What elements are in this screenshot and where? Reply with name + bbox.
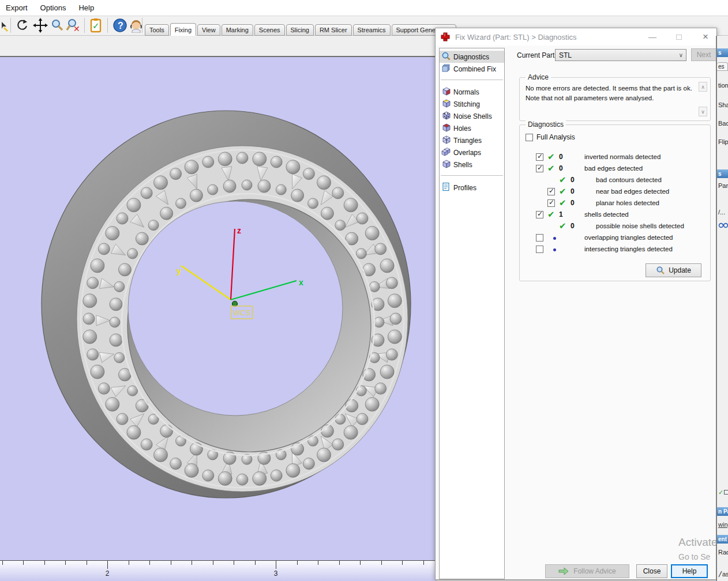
diagnostic-checkbox[interactable]: ✓ (536, 165, 543, 172)
checkmark-glyph: ✓ (537, 164, 543, 172)
current-part-label: Current Part: (517, 51, 557, 59)
update-button[interactable]: Update (646, 263, 701, 277)
maximize-button[interactable] (670, 28, 688, 46)
panel-fragment[interactable]: n Pa (717, 507, 728, 516)
panel-fragment[interactable]: wing (718, 521, 728, 528)
diagnostic-row: ✓✔0planar holes detected (520, 198, 710, 209)
magnifier-icon (441, 51, 451, 62)
sidebar-item-triangles[interactable]: Triangles (440, 134, 504, 146)
checkmark-glyph: ✓ (537, 210, 543, 218)
tab-scenes[interactable]: Scenes (254, 24, 285, 36)
sidebar-item-profiles[interactable]: Profiles (440, 182, 504, 194)
panel-fragment: Sha (718, 101, 728, 108)
current-part-combobox[interactable]: STL ∨ (555, 49, 686, 61)
cube-wire-icon (441, 135, 451, 146)
full-analysis-checkbox[interactable] (526, 134, 533, 141)
toolbar-separator (10, 18, 11, 33)
help-button[interactable]: Help (671, 564, 708, 578)
zoom-cancel-icon[interactable]: ✕ (66, 17, 82, 33)
menu-item-help[interactable]: Help (78, 3, 94, 12)
diagnostic-label: near bad edges detected (596, 188, 669, 195)
diagnostic-checkbox[interactable]: ✓ (536, 211, 543, 218)
menu-item-export[interactable]: Export (6, 3, 28, 12)
ruler-tick (129, 561, 129, 565)
diagnostic-checkbox[interactable]: ✓ (547, 199, 555, 207)
diagnostic-checkbox[interactable]: ✓ (547, 188, 555, 195)
help-icon[interactable]: ? (112, 17, 128, 33)
diagnostic-label: bad edges detected (584, 165, 643, 172)
current-part-value: STL (559, 51, 572, 59)
tab-slicing[interactable]: Slicing (286, 24, 314, 36)
status-ok-icon: ✔ (547, 163, 555, 173)
minimize-button[interactable]: — (643, 28, 662, 46)
sidebar-item-label: Shells (453, 161, 472, 169)
panel-fragment: Bad (718, 120, 728, 127)
advice-scroll-up-icon[interactable]: ∧ (699, 82, 707, 92)
rotate-view-icon[interactable] (14, 17, 30, 33)
diagnostic-row: ✓✔0near bad edges detected (520, 186, 710, 198)
verify-part-icon[interactable]: ✓ (88, 17, 104, 33)
sidebar-item-stitching[interactable]: Stitching (440, 98, 504, 110)
checkmark-glyph: ✓ (549, 187, 554, 195)
dialog-titlebar[interactable]: Fix Wizard (Part: STL) > Diagnostics — × (436, 28, 716, 46)
diagnostic-count: 0 (571, 199, 575, 207)
pan-view-icon[interactable] (32, 17, 48, 33)
sidebar-item-diagnostics[interactable]: Diagnostics (440, 51, 504, 63)
ruler-tick (402, 561, 403, 565)
tab-view[interactable]: View (197, 24, 220, 36)
sidebar-item-normals[interactable]: Normals (440, 86, 504, 98)
cube-stitch-icon (441, 99, 451, 110)
follow-advice-label: Follow Advice (573, 567, 616, 575)
sidebar-item-overlaps[interactable]: Overlaps (440, 146, 504, 159)
diagnostic-count: 0 (571, 222, 575, 230)
diagnostic-checkbox[interactable] (536, 246, 543, 253)
sidebar-item-holes[interactable]: Holes (440, 122, 504, 134)
viewport-3d[interactable]: zxyWCS (0, 56, 437, 560)
panel-fragment[interactable]: s (717, 169, 728, 178)
tab-rm-slicer[interactable]: RM Slicer (315, 24, 352, 36)
tab-fixing[interactable]: Fixing (170, 23, 196, 36)
advice-title: Advice (526, 73, 551, 81)
ruler-tick (339, 561, 340, 565)
sidebar-item-noise-shells[interactable]: Noise Shells (440, 110, 504, 122)
status-ok-icon: ✔ (559, 198, 566, 208)
diagnostic-checkbox[interactable] (536, 234, 543, 242)
advice-scroll-down-icon[interactable]: ∨ (699, 107, 707, 116)
follow-advice-button[interactable]: Follow Advice (545, 564, 629, 578)
panel-fragment[interactable]: ent (717, 535, 728, 544)
ruler-tick (381, 561, 382, 565)
status-ok-icon: ✔ (559, 186, 566, 197)
part-stl-3d-model[interactable]: zxyWCS (0, 57, 437, 560)
fix-wizard-sidebar: DiagnosticsCombined FixNormalsStitchingN… (439, 48, 505, 579)
close-window-button[interactable]: × (696, 28, 715, 46)
diagnostic-label: possible noise shells detected (596, 222, 684, 229)
panel-fragment[interactable]: es (717, 62, 728, 71)
panel-fragment[interactable]: s (717, 48, 728, 57)
diagnostic-checkbox[interactable]: ✓ (536, 153, 543, 161)
check-icon: ✓ (718, 489, 728, 496)
panel-fragment: tion (718, 82, 728, 89)
full-analysis-label: Full Analysis (536, 133, 575, 141)
ruler-tick (149, 561, 150, 565)
next-button[interactable]: Next (691, 48, 716, 61)
diagnostic-row: intersecting triangles detected (520, 244, 710, 255)
menu-item-options[interactable]: Options (40, 3, 66, 12)
close-button[interactable]: Close (636, 564, 667, 578)
diagnostic-label: planar holes detected (596, 199, 659, 206)
sidebar-item-label: Triangles (453, 137, 482, 145)
status-pending-icon (553, 248, 556, 251)
tab-marking[interactable]: Marking (222, 24, 253, 36)
ruler-tick (107, 561, 108, 569)
sidebar-item-combined-fix[interactable]: Combined Fix (440, 63, 504, 75)
tab-streamics[interactable]: Streamics (353, 24, 391, 36)
sidebar-separator (441, 175, 503, 176)
diagnostic-count: 0 (559, 164, 563, 172)
zoom-icon[interactable] (50, 17, 66, 33)
panel-fragment: Part (718, 182, 728, 189)
tab-tools[interactable]: Tools (145, 24, 169, 36)
panel-fragment: Flip (718, 138, 728, 145)
status-ok-icon: ✔ (559, 175, 566, 185)
status-ok-icon: ✔ (547, 152, 555, 162)
sidebar-item-shells[interactable]: Shells (440, 159, 504, 171)
diagnostic-label: intersecting triangles detected (584, 246, 673, 252)
